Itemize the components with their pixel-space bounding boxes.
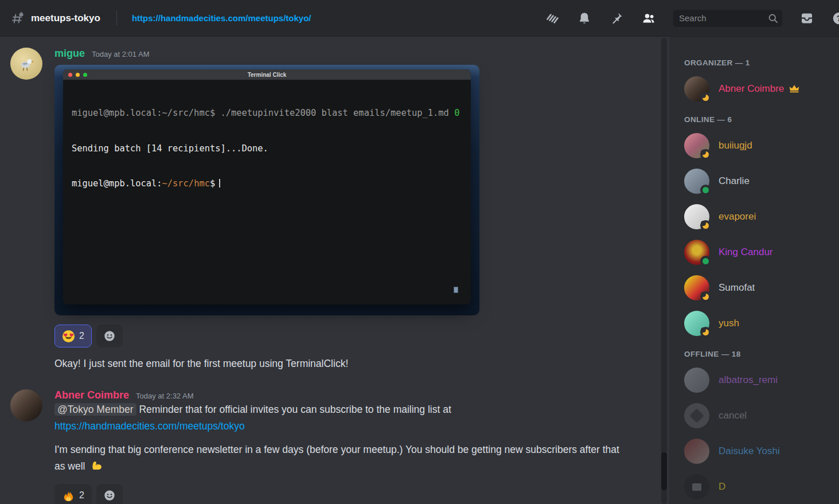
- reaction-count: 2: [79, 490, 84, 501]
- owner-crown-icon: [784, 83, 800, 95]
- member-avatar: [684, 240, 709, 265]
- header-divider: [116, 11, 117, 26]
- member-list-toggle-button[interactable]: [641, 11, 656, 26]
- terminal-screenshot-attachment[interactable]: Terminal Click miguel@mpb.local:~/src/hm…: [54, 65, 479, 315]
- message-text: @Tokyo Member Reminder that for official…: [54, 401, 628, 435]
- member-group: ONLINE — 6buiiugjdCharlieevaporeiKing Ca…: [684, 115, 834, 336]
- member-name: cancel: [719, 410, 747, 421]
- flex-emoji: [90, 458, 104, 472]
- reactions-row: 2: [54, 484, 650, 504]
- member-row[interactable]: evaporei: [684, 204, 834, 229]
- status-idle-badge: [700, 291, 711, 302]
- member-avatar: [684, 204, 709, 229]
- message-timestamp: Today at 2:01 AM: [92, 50, 149, 58]
- reaction-count: 2: [79, 331, 84, 341]
- status-online-badge: [700, 256, 711, 267]
- member-group-header: OFFLINE — 18: [684, 350, 834, 358]
- member-name: evaporei: [719, 211, 756, 222]
- member-group: ORGANIZER — 1Abner Coimbre: [684, 58, 834, 101]
- member-avatar: [684, 76, 709, 101]
- member-name: albatros_remi: [719, 374, 778, 386]
- pinned-messages-button[interactable]: [609, 11, 624, 26]
- terminal-output: miguel@mpb.local:~/src/hmc$ ./meetupinvi…: [63, 80, 471, 217]
- message-migue: migue Today at 2:01 AM Terminal Click: [0, 48, 659, 372]
- add-reaction-button[interactable]: [96, 325, 123, 347]
- terminal-resize-grip: [454, 287, 458, 293]
- channel-name: meetups-tokyo: [31, 13, 100, 24]
- search-input[interactable]: [673, 10, 782, 27]
- member-name: King Candur: [719, 247, 773, 258]
- reaction-fire[interactable]: 2: [54, 484, 92, 504]
- member-name: Abner Coimbre: [719, 83, 784, 95]
- message-text-fragment: Reminder that for official invites you c…: [139, 404, 451, 415]
- member-avatar: [684, 311, 709, 336]
- svg-text:?: ?: [837, 13, 839, 22]
- chat-scrollbar-track: [661, 38, 667, 504]
- member-name: D: [719, 481, 725, 493]
- status-online-badge: [700, 185, 711, 196]
- channel-hash-lock-icon: [10, 11, 25, 26]
- member-avatar: [684, 133, 709, 158]
- member-row[interactable]: Charlie: [684, 169, 834, 194]
- status-idle-badge: [700, 149, 711, 160]
- notifications-bell-button[interactable]: [577, 11, 592, 26]
- message-abner: Abner Coimbre Today at 2:32 AM @Tokyo Me…: [0, 389, 659, 504]
- author-name[interactable]: Abner Coimbre: [54, 389, 129, 401]
- member-avatar: [684, 439, 709, 464]
- reaction-heart-eyes[interactable]: 2: [54, 325, 92, 347]
- member-row[interactable]: D: [684, 474, 834, 499]
- member-row[interactable]: Abner Coimbre: [684, 76, 834, 101]
- chat-scrollbar: [660, 37, 669, 504]
- message-link[interactable]: https://handmadecities.com/meetups/tokyo: [54, 420, 245, 432]
- member-row[interactable]: King Candur: [684, 240, 834, 265]
- chat-area: migue Today at 2:01 AM Terminal Click: [0, 37, 669, 504]
- terminal-titlebar: Terminal Click: [63, 69, 471, 80]
- member-name: Daisuke Yoshi: [719, 446, 780, 457]
- member-list: ORGANIZER — 1Abner CoimbreONLINE — 6buii…: [669, 37, 839, 504]
- inbox-button[interactable]: [799, 11, 814, 26]
- member-row[interactable]: buiiugjd: [684, 133, 834, 158]
- search-icon: [767, 13, 779, 24]
- member-group-header: ORGANIZER — 1: [684, 58, 834, 67]
- channel-topic-link[interactable]: https://handmadecities.com/meetups/tokyo…: [132, 13, 311, 23]
- member-name: buiiugjd: [719, 140, 752, 151]
- discord-app: meetups-tokyo https://handmadecities.com…: [0, 0, 839, 504]
- member-avatar: [684, 403, 709, 428]
- add-reaction-button[interactable]: [96, 484, 123, 504]
- member-avatar: [684, 275, 709, 300]
- search-box: [673, 10, 782, 27]
- help-button[interactable]: ?: [832, 11, 839, 26]
- member-avatar: [684, 368, 709, 393]
- message-text: Okay! I just sent the email for the firs…: [54, 355, 628, 372]
- author-name[interactable]: migue: [54, 48, 85, 60]
- member-group: OFFLINE — 18albatros_remicancelDaisuke Y…: [684, 350, 834, 499]
- member-avatar: [684, 474, 709, 499]
- reactions-row: 2: [54, 325, 650, 347]
- member-avatar: [684, 169, 709, 194]
- member-name: Sumofat: [719, 282, 755, 294]
- member-row[interactable]: cancel: [684, 403, 834, 428]
- message-timestamp: Today at 2:32 AM: [136, 392, 193, 400]
- message-text-2: I'm sending that big conference newslett…: [54, 442, 628, 475]
- member-group-header: ONLINE — 6: [684, 115, 834, 124]
- diamond-logo: [689, 408, 704, 423]
- terminal-title: Terminal Click: [63, 72, 471, 78]
- member-name: Charlie: [719, 175, 750, 187]
- member-row[interactable]: albatros_remi: [684, 368, 834, 393]
- robot-logo: [692, 483, 701, 491]
- member-row[interactable]: Sumofat: [684, 275, 834, 300]
- threads-button[interactable]: [545, 11, 560, 26]
- chat-scrollbar-thumb[interactable]: [661, 452, 667, 490]
- channel-header: meetups-tokyo https://handmadecities.com…: [0, 0, 839, 37]
- terminal-cursor: [219, 179, 220, 187]
- avatar-migue[interactable]: [10, 48, 42, 80]
- terminal-window: Terminal Click miguel@mpb.local:~/src/hm…: [63, 69, 471, 304]
- status-idle-badge: [700, 92, 711, 103]
- status-idle-badge: [700, 220, 711, 231]
- bird-avatar-art: [16, 53, 37, 74]
- member-row[interactable]: yush: [684, 311, 834, 336]
- avatar-abner[interactable]: [10, 389, 42, 421]
- member-row[interactable]: Daisuke Yoshi: [684, 439, 834, 464]
- status-idle-badge: [700, 327, 711, 338]
- role-mention: @Tokyo Member: [54, 403, 136, 416]
